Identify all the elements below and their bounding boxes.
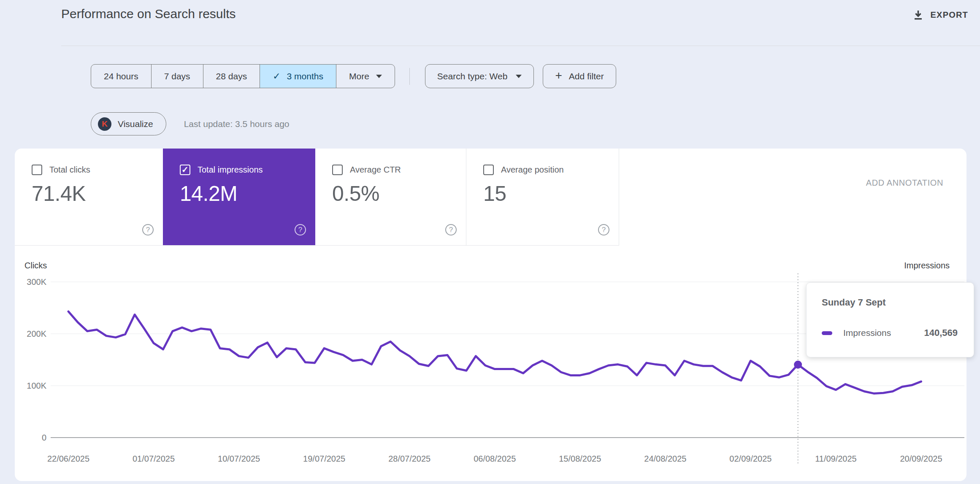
- range-28-days[interactable]: 28 days: [203, 65, 260, 88]
- check-icon: ✓: [273, 71, 280, 82]
- svg-text:02/09/2025: 02/09/2025: [729, 454, 772, 463]
- range-more-dropdown[interactable]: More: [336, 65, 395, 88]
- help-icon[interactable]: ?: [142, 224, 154, 235]
- chart-tooltip: Sunday 7 Sept Impressions 140,569: [806, 282, 974, 357]
- range-7-days[interactable]: 7 days: [151, 65, 203, 88]
- metric-label: Average position: [501, 165, 564, 175]
- metric-cards-row: Total clicks 71.4K ? ✓ Total impressions…: [15, 149, 966, 246]
- metric-value: 14.2M: [180, 181, 237, 206]
- tooltip-date: Sunday 7 Sept: [822, 297, 958, 308]
- date-range-control: 24 hours 7 days 28 days ✓ 3 months More: [91, 64, 395, 88]
- metric-card-average-ctr[interactable]: Average CTR 0.5% ?: [315, 149, 466, 246]
- export-button[interactable]: EXPORT: [912, 9, 968, 21]
- chart-area: Clicks Impressions 300K200K100K0 22/06/2…: [15, 246, 966, 481]
- metric-label: Average CTR: [350, 165, 401, 175]
- svg-text:24/08/2025: 24/08/2025: [644, 454, 686, 463]
- svg-text:100K: 100K: [27, 381, 46, 390]
- help-icon[interactable]: ?: [598, 224, 609, 235]
- tooltip-series-label: Impressions: [843, 328, 924, 338]
- metric-value: 0.5%: [332, 181, 379, 206]
- total-clicks-checkbox[interactable]: [32, 165, 42, 175]
- more-label: More: [349, 71, 369, 81]
- plus-icon: +: [555, 70, 562, 81]
- svg-text:06/08/2025: 06/08/2025: [474, 454, 516, 463]
- performance-panel: Total clicks 71.4K ? ✓ Total impressions…: [15, 149, 966, 481]
- visualize-label: Visualize: [118, 119, 153, 129]
- range-24-hours[interactable]: 24 hours: [91, 65, 151, 88]
- svg-text:200K: 200K: [27, 329, 46, 338]
- svg-text:19/07/2025: 19/07/2025: [303, 454, 345, 463]
- tooltip-value: 140,569: [924, 327, 958, 338]
- metric-card-total-clicks[interactable]: Total clicks 71.4K ?: [15, 149, 163, 246]
- svg-text:15/08/2025: 15/08/2025: [559, 454, 601, 463]
- hover-data-point: [794, 361, 802, 369]
- svg-text:20/09/2025: 20/09/2025: [900, 454, 942, 463]
- average-ctr-checkbox[interactable]: [332, 165, 343, 175]
- svg-text:0: 0: [42, 433, 46, 442]
- y-axis-labels: 300K200K100K0: [27, 277, 46, 442]
- impressions-line-chart[interactable]: 300K200K100K0 22/06/202501/07/202510/07/…: [15, 246, 966, 481]
- page-title: Performance on Search results: [61, 7, 236, 21]
- svg-text:22/06/2025: 22/06/2025: [47, 454, 89, 463]
- range-3-months[interactable]: ✓ 3 months: [260, 65, 336, 88]
- search-type-dropdown[interactable]: Search type: Web: [425, 64, 534, 88]
- add-annotation-button[interactable]: ADD ANNOTATION: [866, 178, 943, 188]
- chevron-down-icon: [516, 75, 522, 78]
- metric-value: 15: [483, 181, 506, 206]
- svg-text:300K: 300K: [27, 277, 46, 287]
- filter-divider: [409, 68, 410, 85]
- metric-value: 71.4K: [32, 181, 86, 206]
- x-axis-labels: 22/06/202501/07/202510/07/202519/07/2025…: [47, 454, 942, 463]
- range-3-months-label: 3 months: [287, 71, 323, 81]
- metric-label: Total impressions: [198, 165, 263, 175]
- header-divider: [61, 46, 980, 46]
- last-update-text: Last update: 3.5 hours ago: [184, 119, 290, 129]
- toolbar-row: K Visualize Last update: 3.5 hours ago: [91, 112, 290, 135]
- svg-text:01/07/2025: 01/07/2025: [133, 454, 175, 463]
- metric-card-average-position[interactable]: Average position 15 ?: [466, 149, 619, 246]
- export-label: EXPORT: [931, 10, 968, 20]
- add-filter-button[interactable]: + Add filter: [543, 64, 616, 88]
- download-icon: [912, 9, 924, 21]
- metric-card-total-impressions[interactable]: ✓ Total impressions 14.2M ?: [163, 149, 315, 246]
- filter-row: 24 hours 7 days 28 days ✓ 3 months More …: [91, 64, 616, 88]
- help-icon[interactable]: ?: [445, 224, 457, 235]
- metric-label: Total clicks: [49, 165, 90, 175]
- impressions-series-line: [68, 311, 921, 393]
- help-icon[interactable]: ?: [295, 224, 306, 235]
- average-position-checkbox[interactable]: [483, 165, 494, 175]
- visualize-k-icon: K: [98, 117, 111, 131]
- search-type-label: Search type: Web: [437, 71, 508, 81]
- series-marker-icon: [822, 331, 832, 335]
- svg-text:10/07/2025: 10/07/2025: [218, 454, 260, 463]
- svg-text:11/09/2025: 11/09/2025: [815, 454, 857, 463]
- add-filter-label: Add filter: [569, 71, 604, 81]
- svg-text:28/07/2025: 28/07/2025: [388, 454, 430, 463]
- total-impressions-checkbox[interactable]: ✓: [180, 165, 190, 175]
- visualize-button[interactable]: K Visualize: [91, 112, 166, 135]
- chevron-down-icon: [376, 75, 382, 78]
